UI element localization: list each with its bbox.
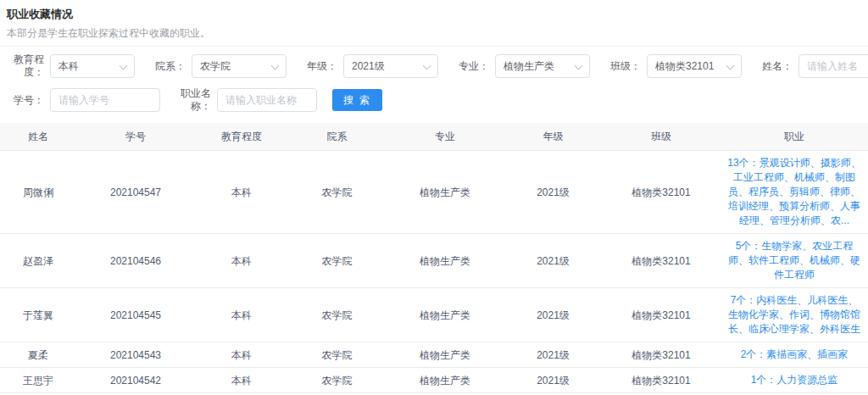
cell-jobs-link[interactable]: 2个：素描画家、插画家 — [721, 342, 868, 367]
cell-department: 农学院 — [288, 250, 386, 272]
filter-education: 教育程度： 本科 — [7, 53, 135, 79]
chevron-down-icon — [575, 62, 583, 70]
education-label: 教育程度： — [7, 53, 44, 79]
filter-major: 专业： 植物生产类 — [452, 54, 590, 78]
cell-grade: 2021级 — [504, 370, 602, 392]
cell-department: 农学院 — [288, 181, 386, 203]
cell-education: 本科 — [195, 304, 288, 326]
filter-bar: 教育程度： 本科 院系： 农学院 年级： 2021级 专业： 植物生产类 — [0, 47, 868, 123]
cell-grade: 2021级 — [504, 250, 602, 272]
filter-row-1: 教育程度： 本科 院系： 农学院 年级： 2021级 专业： 植物生产类 — [7, 53, 861, 79]
cell-name: 夏柔 — [0, 344, 76, 366]
department-label: 院系： — [148, 60, 186, 73]
cell-education: 本科 — [195, 250, 288, 272]
cell-major: 植物生产类 — [386, 181, 504, 203]
table-row: 于莲翼202104545本科农学院植物生产类2021级植物类321017个：内科… — [0, 288, 868, 342]
cell-education: 本科 — [195, 370, 288, 392]
education-select-value: 本科 — [58, 59, 79, 74]
column-header-3: 院系 — [288, 123, 386, 150]
table-row: 赵盈泽202104546本科农学院植物生产类2021级植物类321015个：生物… — [0, 234, 868, 288]
filter-name: 姓名： — [755, 54, 868, 78]
column-header-4: 专业 — [386, 123, 504, 150]
column-header-1: 学号 — [76, 123, 195, 150]
table-body: 周微俐202104547本科农学院植物生产类2021级植物类3210113个：景… — [0, 151, 868, 395]
major-label: 专业： — [452, 60, 489, 73]
cell-major: 植物生产类 — [386, 250, 504, 272]
cell-class: 植物类32101 — [602, 370, 721, 392]
table-header-row: 姓名学号教育程度院系专业年级班级职业 — [0, 123, 868, 151]
class-label: 班级： — [604, 60, 641, 73]
chevron-down-icon — [423, 62, 431, 70]
cell-major: 植物生产类 — [386, 344, 504, 366]
cell-jobs-link[interactable]: 7个：内科医生、儿科医生、生物化学家、作词、博物馆馆长、临床心理学家、外科医生 — [721, 288, 868, 342]
cell-name: 王思宇 — [0, 370, 76, 392]
cell-major: 植物生产类 — [386, 304, 504, 326]
cell-student-id: 202104545 — [76, 304, 195, 326]
major-select[interactable]: 植物生产类 — [495, 54, 590, 78]
filter-department: 院系： 农学院 — [148, 54, 287, 78]
column-header-0: 姓名 — [0, 123, 76, 150]
class-select[interactable]: 植物类32101 — [647, 54, 742, 78]
cell-name: 周微俐 — [0, 181, 76, 203]
cell-class: 植物类32101 — [602, 181, 721, 203]
education-select[interactable]: 本科 — [50, 54, 135, 78]
column-header-2: 教育程度 — [195, 123, 288, 150]
department-select[interactable]: 农学院 — [192, 54, 287, 78]
table-row: 王思宇202104542本科农学院植物生产类2021级植物类321011个：人力… — [0, 368, 868, 393]
cell-department: 农学院 — [288, 344, 386, 366]
table-row: 夏柔202104543本科农学院植物生产类2021级植物类321012个：素描画… — [0, 342, 868, 368]
cell-student-id: 202104546 — [76, 250, 195, 272]
table-row: 周微俐202104547本科农学院植物生产类2021级植物类3210113个：景… — [0, 151, 868, 234]
cell-jobs-link[interactable]: 1个：人力资源总监 — [721, 368, 868, 392]
name-input[interactable] — [798, 54, 868, 78]
page-subtitle: 本部分是学生在职业探索过程中收藏的职业。 — [7, 26, 861, 41]
cell-grade: 2021级 — [504, 304, 602, 326]
cell-student-id: 202104543 — [76, 344, 195, 366]
cell-education: 本科 — [195, 181, 288, 203]
filter-job-name: 职业名称： — [174, 87, 317, 113]
column-header-5: 年级 — [504, 123, 602, 150]
search-button[interactable]: 搜 索 — [332, 89, 382, 111]
name-label: 姓名： — [755, 60, 793, 73]
column-header-7: 职业 — [721, 123, 868, 150]
grade-select-value: 2021级 — [352, 59, 385, 74]
grade-select[interactable]: 2021级 — [343, 54, 438, 78]
cell-student-id: 202104547 — [76, 181, 195, 203]
filter-student-id: 学号： — [7, 88, 160, 112]
major-select-value: 植物生产类 — [504, 59, 554, 74]
page-title: 职业收藏情况 — [7, 7, 861, 22]
cell-department: 农学院 — [288, 304, 386, 326]
column-header-6: 班级 — [602, 123, 721, 150]
filter-class: 班级： 植物类32101 — [604, 54, 742, 78]
chevron-down-icon — [726, 62, 735, 70]
cell-grade: 2021级 — [504, 181, 602, 203]
cell-jobs-link[interactable]: 13个：景观设计师、摄影师、工业工程师、机械师、制图员、程序员、剪辑师、律师、培… — [721, 151, 868, 233]
filter-grade: 年级： 2021级 — [300, 54, 438, 78]
chevron-down-icon — [120, 62, 128, 70]
class-select-value: 植物类32101 — [655, 59, 714, 74]
student-id-label: 学号： — [7, 94, 44, 107]
cell-class: 植物类32101 — [602, 304, 721, 326]
cell-department: 农学院 — [288, 370, 386, 392]
student-id-input[interactable] — [50, 88, 160, 112]
grade-label: 年级： — [300, 60, 337, 73]
job-name-label: 职业名称： — [174, 87, 211, 113]
chevron-down-icon — [271, 62, 280, 70]
cell-major: 植物生产类 — [386, 370, 504, 392]
cell-name: 赵盈泽 — [0, 250, 76, 272]
page-header: 职业收藏情况 本部分是学生在职业探索过程中收藏的职业。 — [0, 0, 868, 47]
job-name-input[interactable] — [217, 88, 317, 112]
cell-class: 植物类32101 — [602, 344, 721, 366]
cell-name: 于莲翼 — [0, 304, 76, 326]
cell-student-id: 202104542 — [76, 370, 195, 392]
filter-row-2: 学号： 职业名称： 搜 索 — [7, 87, 861, 113]
jobs-table: 姓名学号教育程度院系专业年级班级职业 周微俐202104547本科农学院植物生产… — [0, 123, 868, 395]
cell-education: 本科 — [195, 344, 288, 366]
cell-grade: 2021级 — [504, 344, 602, 366]
department-select-value: 农学院 — [200, 59, 231, 74]
cell-jobs-link[interactable]: 5个：生物学家、农业工程师、软件工程师、机械师、硬件工程师 — [721, 234, 868, 287]
cell-class: 植物类32101 — [602, 250, 721, 272]
